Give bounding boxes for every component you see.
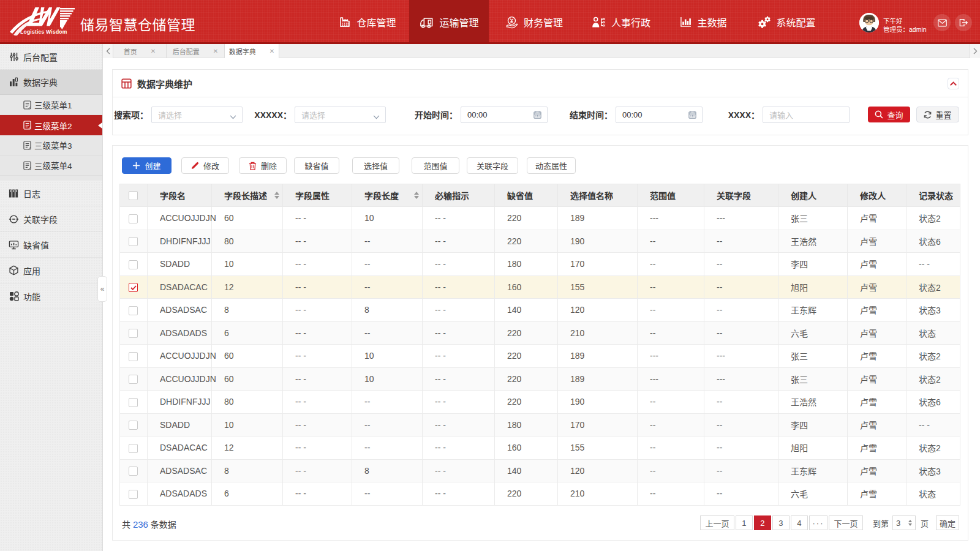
svg-text:Logistics Wisdom: Logistics Wisdom	[20, 29, 67, 35]
